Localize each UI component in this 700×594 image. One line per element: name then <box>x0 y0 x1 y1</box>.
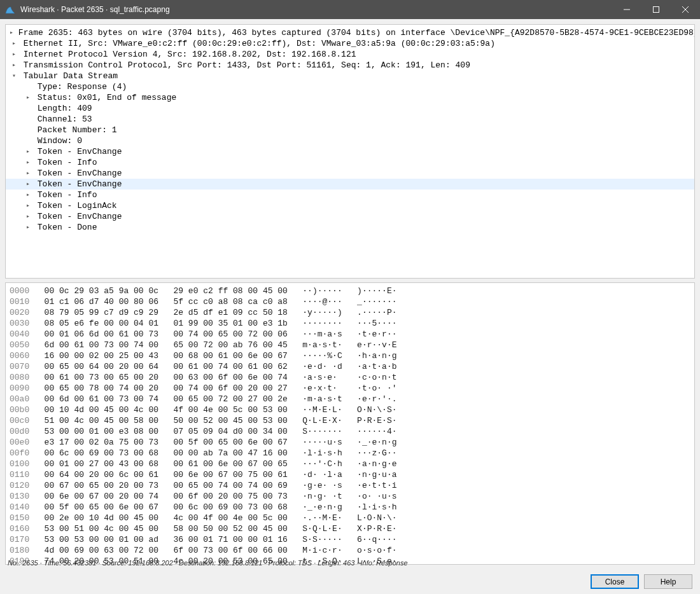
tree-spacer <box>24 83 32 92</box>
dialog-body: ▸ Frame 2635: 463 bytes on wire (3704 bi… <box>0 19 700 594</box>
tree-row[interactable]: ▸ Token - Done <box>6 222 694 233</box>
tree-row-label: Tabular Data Stream <box>24 71 118 81</box>
dialog-buttons: Close Help <box>591 574 692 589</box>
tree-row[interactable]: ▸ Token - LoginAck <box>6 200 694 211</box>
tree-row-label: Type: Response (4) <box>38 81 127 92</box>
tree-row[interactable]: ▾ Tabular Data Stream <box>6 71 694 81</box>
chevron-right-icon[interactable]: ▸ <box>24 158 32 167</box>
tree-row-label: Token - Info <box>38 190 97 200</box>
tree-row[interactable]: ▸ Transmission Control Protocol, Src Por… <box>6 60 694 71</box>
tree-row[interactable]: Length: 409 <box>6 103 694 114</box>
tree-row-label: Token - LoginAck <box>38 200 117 211</box>
tree-row[interactable]: ▸ Ethernet II, Src: VMware_e0:c2:ff (00:… <box>6 38 694 49</box>
tree-row-label: Frame 2635: 463 bytes on wire (3704 bits… <box>18 27 695 38</box>
chevron-right-icon[interactable]: ▸ <box>24 191 32 200</box>
packet-info-bar: No.: 2635 · Time: 56.432381 · Source: 19… <box>5 557 695 569</box>
chevron-right-icon[interactable]: ▸ <box>10 50 18 59</box>
tree-row-label: Token - Info <box>38 157 97 168</box>
tree-row[interactable]: ▸ Status: 0x01, End of message <box>6 92 694 103</box>
tree-row[interactable]: ▸ Internet Protocol Version 4, Src: 192.… <box>6 49 694 60</box>
tree-row[interactable]: Channel: 53 <box>6 114 694 125</box>
tree-row-label: Token - EnvChange <box>38 179 122 190</box>
chevron-right-icon[interactable]: ▸ <box>24 148 32 156</box>
tree-row-label: Status: 0x01, End of message <box>38 92 176 103</box>
chevron-right-icon[interactable]: ▸ <box>10 61 18 70</box>
chevron-right-icon[interactable]: ▸ <box>24 202 32 211</box>
tree-spacer <box>24 104 32 113</box>
tree-spacer <box>24 126 32 135</box>
packet-details-tree[interactable]: ▸ Frame 2635: 463 bytes on wire (3704 bi… <box>5 24 695 279</box>
tree-row-label: Ethernet II, Src: VMware_e0:c2:ff (00:0c… <box>24 38 495 49</box>
tree-row[interactable]: Type: Response (4) <box>6 81 694 92</box>
tree-row-label: Length: 409 <box>38 103 92 114</box>
close-window-button[interactable] <box>671 0 700 19</box>
tree-row[interactable]: ▸ Token - EnvChange <box>6 146 694 157</box>
tree-row[interactable]: ▸ Token - EnvChange <box>6 179 694 190</box>
help-button[interactable]: Help <box>644 574 692 589</box>
svg-rect-1 <box>654 7 659 13</box>
tree-row-label: Channel: 53 <box>38 114 92 125</box>
titlebar[interactable]: Wireshark · Packet 2635 · sql_traffic.pc… <box>0 0 700 19</box>
chevron-right-icon[interactable]: ▸ <box>24 212 32 221</box>
tree-row-label: Window: 0 <box>38 135 82 146</box>
chevron-down-icon[interactable]: ▾ <box>10 72 18 81</box>
wireshark-icon <box>5 4 15 15</box>
tree-row-label: Transmission Control Protocol, Src Port:… <box>24 60 470 71</box>
chevron-right-icon[interactable]: ▸ <box>24 223 32 232</box>
tree-row-label: Token - EnvChange <box>38 146 122 157</box>
packet-bytes-hex[interactable]: 0000 00 0c 29 03 a5 9a 00 0c 29 e0 c2 ff… <box>5 282 695 565</box>
tree-row[interactable]: ▸ Token - EnvChange <box>6 211 694 222</box>
tree-row-label: Packet Number: 1 <box>38 125 117 135</box>
tree-row[interactable]: ▸ Token - EnvChange <box>6 168 694 179</box>
maximize-button[interactable] <box>641 0 671 19</box>
tree-row[interactable]: ▸ Token - Info <box>6 190 694 200</box>
window-controls <box>612 0 700 19</box>
tree-row[interactable]: Packet Number: 1 <box>6 125 694 135</box>
tree-spacer <box>24 115 32 124</box>
tree-row[interactable]: ▸ Frame 2635: 463 bytes on wire (3704 bi… <box>6 27 694 38</box>
tree-row[interactable]: ▸ Token - Info <box>6 157 694 168</box>
close-button[interactable]: Close <box>591 574 639 589</box>
tree-row-label: Token - EnvChange <box>38 211 122 222</box>
chevron-right-icon[interactable]: ▸ <box>24 169 32 178</box>
window-title: Wireshark · Packet 2635 · sql_traffic.pc… <box>20 5 612 14</box>
tree-row-label: Token - EnvChange <box>38 168 122 179</box>
tree-row-label: Token - Done <box>38 222 97 233</box>
chevron-right-icon[interactable]: ▸ <box>10 39 18 48</box>
tree-row[interactable]: Window: 0 <box>6 135 694 146</box>
chevron-right-icon[interactable]: ▸ <box>24 180 32 189</box>
minimize-button[interactable] <box>612 0 641 19</box>
chevron-right-icon[interactable]: ▸ <box>24 93 32 102</box>
tree-spacer <box>24 137 32 146</box>
tree-row-label: Internet Protocol Version 4, Src: 192.16… <box>24 49 356 60</box>
